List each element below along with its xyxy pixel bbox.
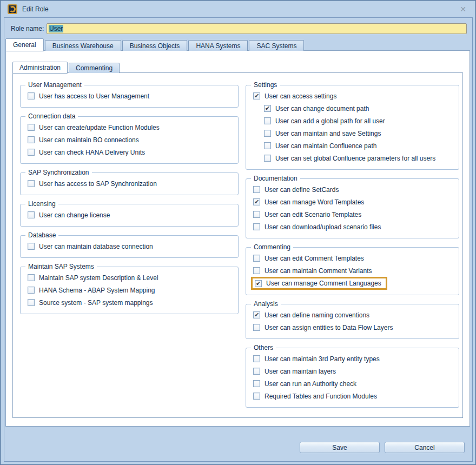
group-connection-data: Connection dataUser can create/update Fu… (20, 112, 239, 164)
checkbox-row-user-has-access-to-sap-synchronization[interactable]: User has access to SAP Synchronization (24, 177, 235, 190)
checkbox-columns: User ManagementUser has access to User M… (13, 73, 462, 413)
checkbox-row-required-tables-and-function-modules[interactable]: Required Tables and Function Modules (249, 390, 455, 402)
unchecked-checkbox[interactable] (28, 180, 35, 187)
cancel-button[interactable]: Cancel (385, 442, 465, 453)
group-licensing: LicensingUser can change license (20, 200, 239, 227)
group-title: Others (251, 344, 276, 351)
checkbox-label: User can maintain BO connections (39, 136, 139, 144)
role-name-input[interactable]: User (47, 23, 467, 34)
checkbox-row-user-can-maintain-bo-connections[interactable]: User can maintain BO connections (24, 134, 235, 146)
edit-role-dialog: Edit Role ✕ Role name: User GeneralBusin… (0, 0, 476, 465)
unchecked-checkbox[interactable] (264, 130, 271, 137)
group-title: Licensing (25, 200, 58, 208)
checkbox-row-user-can-maintain-database-connection[interactable]: User can maintain database connection (24, 240, 235, 253)
checkbox-row-user-can-define-naming-conventions[interactable]: ✔User can define naming conventions (249, 309, 455, 321)
checkbox-row-user-can-edit-scenario-templates[interactable]: User can edit Scenario Templates (249, 208, 455, 221)
unchecked-checkbox[interactable] (253, 324, 260, 331)
group-title: Commenting (251, 243, 293, 251)
unchecked-checkbox[interactable] (28, 136, 35, 143)
tab-general[interactable]: General (5, 38, 44, 51)
general-tab-page: AdministrationCommenting User Management… (5, 50, 470, 427)
checked-checkbox[interactable]: ✔ (253, 311, 260, 318)
group-user-management: User ManagementUser has access to User M… (20, 81, 239, 108)
unchecked-checkbox[interactable] (28, 149, 35, 156)
checkbox-row-user-can-run-an-authority-check[interactable]: User can run an Authority check (249, 377, 455, 390)
unchecked-checkbox[interactable] (253, 186, 260, 193)
unchecked-checkbox[interactable] (264, 117, 271, 124)
unchecked-checkbox[interactable] (253, 255, 260, 262)
checkbox-row-user-can-change-license[interactable]: User can change license (24, 209, 235, 221)
tab-business-objects[interactable]: Business Objects (122, 40, 188, 51)
checkbox-label: User can maintain 3rd Party entity types (265, 355, 380, 363)
unchecked-checkbox[interactable] (253, 380, 260, 387)
checkbox-row-user-can-add-a-global-path-for-all-user[interactable]: User can add a global path for all user (249, 115, 455, 127)
unchecked-checkbox[interactable] (253, 223, 260, 230)
unchecked-checkbox[interactable] (253, 211, 260, 218)
checkbox-row-user-can-edit-comment-templates[interactable]: User can edit Comment Templates (249, 252, 455, 264)
close-icon[interactable]: ✕ (460, 5, 466, 13)
subtab-administration[interactable]: Administration (12, 62, 68, 74)
checkbox-row-user-can-manage-comment-languages[interactable]: ✔User can manage Comment Languages (251, 277, 387, 290)
subtab-commenting[interactable]: Commenting (69, 63, 120, 73)
checkbox-label: User can add a global path for all user (275, 117, 385, 125)
checkbox-row-user-can-download-upload-scenario-files[interactable]: User can download/upload scenario files (249, 221, 455, 233)
unchecked-checkbox[interactable] (253, 355, 260, 362)
unchecked-checkbox[interactable] (253, 368, 260, 375)
footer-buttons: Save Cancel (300, 442, 465, 453)
checkbox-row-user-can-maintain-layers[interactable]: User can maintain layers (249, 365, 455, 377)
unchecked-checkbox[interactable] (28, 124, 35, 131)
unchecked-checkbox[interactable] (28, 243, 35, 250)
checkbox-row-maintain-sap-system-description-level[interactable]: Maintain SAP system Description & Level (24, 271, 235, 284)
unchecked-checkbox[interactable] (28, 299, 35, 306)
checkbox-label: User has access to SAP Synchronization (39, 180, 157, 188)
checkbox-label: User can define naming conventions (265, 311, 369, 319)
checkbox-label: User can manage Word Templates (265, 198, 364, 206)
checkbox-row-user-has-access-to-user-management[interactable]: User has access to User Management (24, 90, 235, 102)
tab-hana-systems[interactable]: HANA Systems (188, 40, 248, 51)
checkbox-row-user-can-access-settings[interactable]: ✔User can access settings (249, 90, 455, 102)
checkbox-row-user-can-change-document-path[interactable]: ✔User can change document path (249, 102, 455, 115)
sub-tab-strip: AdministrationCommenting (12, 61, 121, 73)
save-button[interactable]: Save (300, 442, 380, 453)
checkbox-label: User can maintain database connection (39, 243, 153, 250)
unchecked-checkbox[interactable] (28, 211, 35, 218)
checkbox-row-user-can-manage-word-templates[interactable]: ✔User can manage Word Templates (249, 196, 455, 208)
checked-checkbox[interactable]: ✔ (253, 92, 260, 99)
checked-checkbox[interactable]: ✔ (255, 280, 262, 287)
app-logo-icon (8, 4, 17, 14)
checkbox-row-user-can-maintain-and-save-settings[interactable]: User can maintain and save Settings (249, 127, 455, 140)
group-title: Maintain SAP Systems (25, 263, 97, 270)
checkbox-row-user-can-maintain-confluence-path[interactable]: User can maintain Confluence path (249, 140, 455, 152)
check-icon: ✔ (256, 281, 261, 287)
unchecked-checkbox[interactable] (264, 155, 271, 162)
unchecked-checkbox[interactable] (253, 267, 260, 274)
checkbox-row-user-can-maintain-3rd-party-entity-types[interactable]: User can maintain 3rd Party entity types (249, 353, 455, 365)
unchecked-checkbox[interactable] (28, 274, 35, 281)
checkbox-row-hana-schema-abap-system-mapping[interactable]: HANA Schema - ABAP System Mapping (24, 284, 235, 296)
checkbox-row-user-can-create-update-function-modules[interactable]: User can create/update Function Modules (24, 121, 235, 134)
unchecked-checkbox[interactable] (253, 393, 260, 400)
checkbox-label: User can edit Scenario Templates (265, 211, 361, 218)
checkbox-label: Maintain SAP system Description & Level (39, 274, 158, 282)
checkbox-row-user-can-check-hana-delivery-units[interactable]: User can check HANA Delivery Units (24, 146, 235, 158)
group-maintain-sap-systems: Maintain SAP SystemsMaintain SAP system … (20, 263, 239, 314)
checked-checkbox[interactable]: ✔ (264, 105, 271, 112)
unchecked-checkbox[interactable] (264, 142, 271, 149)
group-others: OthersUser can maintain 3rd Party entity… (246, 344, 459, 408)
tab-business-warehouse[interactable]: Business Warehouse (45, 40, 121, 51)
group-documentation: DocumentationUser can define SetCards✔Us… (246, 175, 459, 238)
checked-checkbox[interactable]: ✔ (253, 198, 260, 205)
checkbox-row-user-can-define-setcards[interactable]: User can define SetCards (249, 183, 455, 196)
unchecked-checkbox[interactable] (28, 92, 35, 99)
checkbox-label: User can create/update Function Modules (39, 124, 160, 131)
role-name-value: User (49, 25, 63, 32)
check-icon: ✔ (254, 93, 259, 99)
tab-sac-systems[interactable]: SAC Systems (249, 40, 304, 51)
group-title: User Management (25, 81, 84, 89)
checkbox-row-source-system-sap-system-mappings[interactable]: Source system - SAP system mappings (24, 296, 235, 309)
checkbox-row-user-can-assign-entities-to-data-flow-layers[interactable]: User can assign entities to Data Flow La… (249, 321, 455, 334)
window-title: Edit Role (22, 5, 49, 13)
unchecked-checkbox[interactable] (28, 287, 35, 294)
checkbox-row-user-can-maintain-comment-variants[interactable]: User can maintain Comment Variants (249, 264, 455, 277)
checkbox-row-user-can-set-global-confluence-parameters-for-all-users[interactable]: User can set global Confluence parameter… (249, 152, 455, 164)
